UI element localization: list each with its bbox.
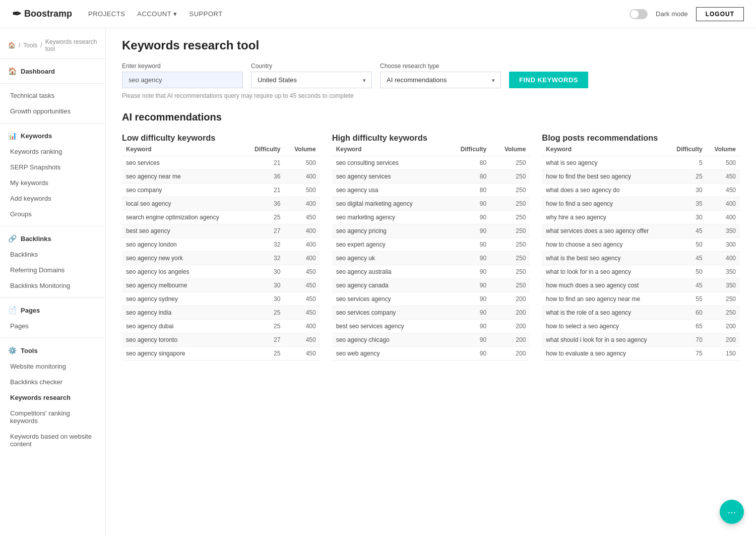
table-row[interactable]: seo company21500 bbox=[122, 184, 320, 197]
sidebar-item-website-monitoring[interactable]: Website monitoring bbox=[0, 359, 105, 374]
find-keywords-button[interactable]: FIND KEYWORDS bbox=[509, 72, 588, 88]
dark-mode-toggle[interactable] bbox=[629, 9, 648, 19]
table-cell: 90 bbox=[445, 306, 490, 320]
sidebar-item-keywords-website-content[interactable]: Keywords based on website content bbox=[0, 429, 105, 452]
sidebar-item-backlinks[interactable]: Backlinks bbox=[0, 247, 105, 262]
sidebar-item-growth[interactable]: Growth opportunities bbox=[0, 103, 105, 119]
table-row[interactable]: seo agency melbourne30450 bbox=[122, 279, 320, 292]
table-row[interactable]: seo agency canada90250 bbox=[332, 279, 530, 292]
sidebar-item-competitors-ranking[interactable]: Competitors' ranking keywords bbox=[0, 405, 105, 429]
table-cell: seo agency london bbox=[122, 238, 243, 252]
table-cell: seo web agency bbox=[332, 347, 446, 361]
research-type-select[interactable]: AI recommendations Related keywords Ques… bbox=[380, 72, 501, 88]
table-cell: 80 bbox=[445, 156, 490, 170]
nav-support[interactable]: SUPPORT bbox=[190, 10, 223, 18]
sidebar-item-backlinks-monitoring[interactable]: Backlinks Monitoring bbox=[0, 278, 105, 293]
table-row[interactable]: how to select a seo agency65200 bbox=[542, 320, 740, 333]
sidebar-item-add-keywords[interactable]: Add keywords bbox=[0, 191, 105, 206]
logout-button[interactable]: LOGOUT bbox=[696, 7, 744, 21]
table-row[interactable]: seo agency uk90250 bbox=[332, 252, 530, 265]
table-row[interactable]: seo agency chicago90200 bbox=[332, 333, 530, 347]
table-row[interactable]: what is the role of a seo agency60250 bbox=[542, 306, 740, 320]
table-row[interactable]: what does a seo agency do30450 bbox=[542, 184, 740, 197]
low-difficulty-title: Low difficulty keywords bbox=[122, 133, 320, 143]
sidebar-item-keywords-research[interactable]: Keywords research bbox=[0, 390, 105, 405]
chat-bubble[interactable]: ··· bbox=[720, 500, 744, 524]
table-row[interactable]: how to find the best seo agency25450 bbox=[542, 170, 740, 184]
sidebar-section-tools[interactable]: ⚙️ Tools bbox=[0, 342, 105, 359]
table-row[interactable]: seo agency singapore25450 bbox=[122, 347, 320, 361]
table-row[interactable]: how much does a seo agency cost45350 bbox=[542, 279, 740, 292]
table-cell: 200 bbox=[707, 333, 740, 347]
sidebar-section-pages[interactable]: 📄 Pages bbox=[0, 302, 105, 318]
table-cell: 450 bbox=[284, 292, 320, 306]
sidebar-section-backlinks[interactable]: 🔗 Backlinks bbox=[0, 230, 105, 247]
table-row[interactable]: what is the best seo agency45400 bbox=[542, 252, 740, 265]
table-row[interactable]: seo agency services80250 bbox=[332, 170, 530, 184]
table-cell: 25 bbox=[243, 320, 284, 333]
table-row[interactable]: seo consulting services80250 bbox=[332, 156, 530, 170]
table-row[interactable]: seo agency london32400 bbox=[122, 238, 320, 252]
table-row[interactable]: best seo agency27400 bbox=[122, 224, 320, 238]
table-row[interactable]: seo agency india25450 bbox=[122, 306, 320, 320]
sidebar-item-dashboard[interactable]: 🏠 Dashboard bbox=[0, 63, 105, 79]
table-row[interactable]: seo agency los angeles30450 bbox=[122, 265, 320, 279]
sidebar-item-groups[interactable]: Groups bbox=[0, 206, 105, 222]
high-difficulty-table: Keyword Difficulty Volume seo consulting… bbox=[332, 143, 530, 361]
table-row[interactable]: seo agency near me36400 bbox=[122, 170, 320, 184]
sidebar-item-serp-snapshots[interactable]: SERP Snapshots bbox=[0, 159, 105, 175]
blog-posts-col: Blog posts recommendations Keyword Diffi… bbox=[542, 133, 740, 361]
table-cell: how to find an seo agency near me bbox=[542, 292, 668, 306]
table-row[interactable]: search engine optimization agency25450 bbox=[122, 211, 320, 224]
table-row[interactable]: seo web agency90200 bbox=[332, 347, 530, 361]
table-row[interactable]: seo expert agency90250 bbox=[332, 238, 530, 252]
table-row[interactable]: how to choose a seo agency50300 bbox=[542, 238, 740, 252]
breadcrumb-home-icon[interactable]: 🏠 bbox=[8, 42, 16, 49]
table-row[interactable]: seo services21500 bbox=[122, 156, 320, 170]
sidebar-item-my-keywords[interactable]: My keywords bbox=[0, 175, 105, 191]
table-row[interactable]: seo services agency90200 bbox=[332, 292, 530, 306]
table-row[interactable]: how to find a seo agency35400 bbox=[542, 197, 740, 211]
nav-account[interactable]: ACCOUNT ▾ bbox=[137, 10, 177, 18]
toggle-dot bbox=[631, 10, 639, 18]
table-row[interactable]: how to find an seo agency near me55250 bbox=[542, 292, 740, 306]
logo[interactable]: ✒ Boostramp bbox=[12, 8, 72, 21]
table-row[interactable]: seo agency australia90250 bbox=[332, 265, 530, 279]
table-row[interactable]: how to evaluate a seo agency75150 bbox=[542, 347, 740, 361]
sidebar-section-keywords[interactable]: 📊 Keywords bbox=[0, 128, 105, 144]
table-row[interactable]: seo services company90200 bbox=[332, 306, 530, 320]
blog-col-volume: Volume bbox=[707, 143, 740, 156]
sidebar-item-referring-domains[interactable]: Referring Domains bbox=[0, 262, 105, 278]
table-row[interactable]: seo agency usa80250 bbox=[332, 184, 530, 197]
table-cell: 250 bbox=[490, 252, 530, 265]
table-cell: 90 bbox=[445, 333, 490, 347]
nav-projects[interactable]: PROJECTS bbox=[88, 10, 125, 18]
table-row[interactable]: what services does a seo agency offer453… bbox=[542, 224, 740, 238]
table-row[interactable]: what to look for in a seo agency50350 bbox=[542, 265, 740, 279]
table-row[interactable]: what is seo agency5500 bbox=[542, 156, 740, 170]
breadcrumb-tools[interactable]: Tools bbox=[23, 42, 37, 49]
table-row[interactable]: local seo agency36400 bbox=[122, 197, 320, 211]
table-row[interactable]: seo digital marketing agency90250 bbox=[332, 197, 530, 211]
table-row[interactable]: what should i look for in a seo agency70… bbox=[542, 333, 740, 347]
sidebar-item-backlinks-checker[interactable]: Backlinks checker bbox=[0, 374, 105, 390]
keyword-input[interactable] bbox=[122, 72, 243, 88]
table-row[interactable]: seo marketing agency90250 bbox=[332, 211, 530, 224]
country-select[interactable]: United States United Kingdom Canada Aust… bbox=[251, 72, 372, 88]
nav: PROJECTS ACCOUNT ▾ SUPPORT bbox=[88, 10, 223, 18]
sidebar-item-pages[interactable]: Pages bbox=[0, 318, 105, 334]
table-row[interactable]: seo agency sydney30450 bbox=[122, 292, 320, 306]
table-row[interactable]: seo agency dubai25400 bbox=[122, 320, 320, 333]
table-row[interactable]: seo agency new york32400 bbox=[122, 252, 320, 265]
table-row[interactable]: best seo services agency90200 bbox=[332, 320, 530, 333]
table-row[interactable]: seo agency pricing90250 bbox=[332, 224, 530, 238]
sidebar-item-keywords-ranking[interactable]: Keywords ranking bbox=[0, 144, 105, 159]
table-cell: 200 bbox=[490, 306, 530, 320]
table-row[interactable]: why hire a seo agency30400 bbox=[542, 211, 740, 224]
home-icon: 🏠 bbox=[8, 67, 17, 75]
table-cell: 450 bbox=[707, 184, 740, 197]
table-cell: seo agency usa bbox=[332, 184, 446, 197]
sidebar-item-technical[interactable]: Technical tasks bbox=[0, 88, 105, 103]
backlinks-icon: 🔗 bbox=[8, 234, 17, 243]
table-row[interactable]: seo agency toronto27450 bbox=[122, 333, 320, 347]
